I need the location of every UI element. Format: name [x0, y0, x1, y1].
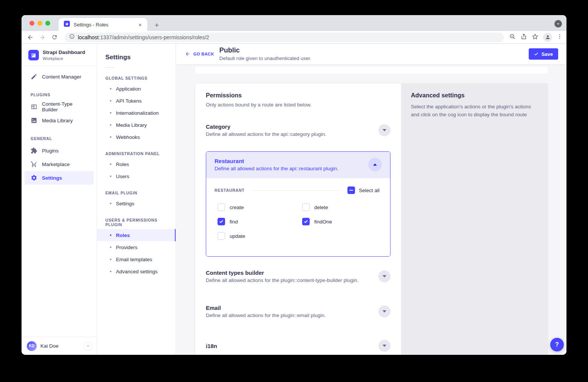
browser-menu-icon[interactable] — [557, 34, 563, 41]
indeterminate-dash-icon — [349, 190, 353, 191]
bookmark-star-icon[interactable] — [532, 33, 539, 42]
close-window-button[interactable] — [29, 21, 34, 26]
layout-grid-icon — [31, 103, 37, 110]
chevron-down-icon — [383, 129, 386, 131]
settings-item-admin-roles[interactable]: Roles — [97, 158, 176, 170]
sidebar-item-plugins[interactable]: Plugins — [25, 144, 94, 157]
bullet-icon — [110, 112, 111, 114]
settings-item-label: Users — [116, 174, 129, 179]
settings-item-providers[interactable]: Providers — [97, 241, 176, 253]
action-find: find — [218, 218, 302, 225]
reload-icon[interactable] — [49, 32, 59, 42]
url-host: localhost — [78, 34, 99, 40]
zoom-out-icon[interactable] — [509, 33, 516, 42]
divider — [251, 190, 341, 191]
settings-item-label: Application — [116, 86, 141, 92]
help-button[interactable]: ? — [550, 338, 564, 351]
save-button[interactable]: Save — [529, 48, 558, 60]
chevron-down-icon — [383, 345, 386, 347]
sidebar-item-content-manager[interactable]: Content Manager — [25, 70, 94, 83]
expand-email-button[interactable] — [378, 305, 390, 317]
settings-item-internationalization[interactable]: Internationalization — [97, 107, 176, 119]
minimize-window-button[interactable] — [37, 21, 42, 26]
permission-section-restaurant: Restaurant Define all allowed actions fo… — [206, 151, 390, 257]
permissions-title: Permissions — [206, 92, 390, 99]
role-details-card-partial — [195, 67, 548, 74]
pen-icon — [31, 73, 37, 80]
settings-item-api-tokens[interactable]: API Tokens — [97, 95, 176, 107]
page-title: Public — [219, 47, 312, 54]
settings-sidebar: Settings GLOBAL SETTINGS Application API… — [97, 44, 176, 355]
bullet-icon — [110, 176, 111, 177]
chevron-down-icon — [383, 310, 386, 313]
user-avatar[interactable]: KD — [27, 341, 37, 351]
browser-profile-chevron-icon[interactable] — [554, 20, 562, 28]
settings-item-webhooks[interactable]: Webhooks — [97, 131, 176, 143]
sidebar-item-settings[interactable]: Settings — [25, 171, 94, 185]
settings-item-label: Settings — [116, 201, 134, 206]
sidebar-section-label: GENERAL — [25, 136, 94, 141]
sidebar-item-media-library[interactable]: Media Library — [25, 114, 94, 127]
select-all-control: Select all — [347, 186, 380, 194]
settings-item-media-library[interactable]: Media Library — [97, 119, 176, 131]
bullet-icon — [110, 100, 111, 102]
forward-icon[interactable] — [37, 32, 47, 42]
advanced-settings-title: Advanced settings — [411, 92, 538, 99]
find-checkbox[interactable] — [218, 218, 225, 225]
sidebar-item-marketplace[interactable]: Marketplace — [25, 157, 94, 171]
sidebar-item-label: Content-Type Builder — [42, 101, 88, 112]
expand-category-button[interactable] — [378, 124, 390, 136]
browser-user-avatar[interactable] — [543, 33, 552, 42]
tab-close-icon[interactable]: × — [137, 21, 144, 28]
settings-group-label: GLOBAL SETTINGS — [97, 76, 176, 80]
bullet-icon — [110, 271, 111, 272]
screen: Settings - Roles × + localh — [0, 0, 588, 382]
new-tab-button[interactable]: + — [151, 20, 162, 31]
workspace-name: Workplace — [43, 56, 85, 61]
collapse-sidebar-button[interactable]: ‹ — [84, 342, 92, 350]
sidebar-item-label: Content Manager — [42, 74, 81, 80]
sidebar-user: KD Kai Doe ‹ — [22, 337, 97, 355]
section-name: Content types builder — [206, 270, 359, 276]
collapse-restaurant-button[interactable] — [368, 158, 382, 171]
url-text: localhost:1337/admin/settings/users-perm… — [78, 34, 209, 40]
divider — [105, 67, 114, 68]
site-info-icon[interactable] — [69, 34, 75, 41]
findone-checkbox[interactable] — [302, 218, 310, 225]
section-description: Define all allowed actions for the api::… — [215, 166, 338, 171]
settings-item-advanced-settings[interactable]: Advanced settings — [97, 265, 176, 277]
browser-tab[interactable]: Settings - Roles × — [59, 18, 147, 31]
settings-item-label: Roles — [116, 162, 129, 167]
update-checkbox[interactable] — [218, 232, 225, 240]
settings-item-email-templates[interactable]: Email templates — [97, 253, 176, 265]
traffic-lights — [29, 21, 50, 26]
back-icon[interactable] — [25, 32, 35, 42]
go-back-link[interactable]: GO BACK — [185, 51, 214, 57]
select-all-checkbox[interactable] — [347, 186, 355, 194]
settings-item-email-settings[interactable]: Settings — [97, 197, 176, 209]
section-description: Define all allowed actions for the plugi… — [206, 313, 326, 318]
settings-item-admin-users[interactable]: Users — [97, 170, 176, 182]
section-name: Category — [206, 123, 326, 130]
url-bar[interactable]: localhost:1337/admin/settings/users-perm… — [65, 32, 504, 42]
settings-item-label: Providers — [116, 245, 137, 250]
browser-toolbar: localhost:1337/admin/settings/users-perm… — [22, 31, 566, 44]
workspace-switcher[interactable]: Strapi Dashboard Workplace — [22, 44, 97, 66]
expand-i18n-button[interactable] — [378, 340, 390, 352]
create-checkbox[interactable] — [218, 203, 225, 211]
expand-content-types-builder-button[interactable] — [378, 270, 390, 282]
settings-item-application[interactable]: Application — [97, 83, 176, 95]
settings-item-label: Email templates — [116, 257, 152, 262]
settings-item-up-roles[interactable]: Roles — [97, 229, 176, 241]
delete-checkbox[interactable] — [302, 203, 310, 211]
settings-item-label: Media Library — [116, 122, 147, 128]
sidebar-item-content-type-builder[interactable]: Content-Type Builder — [25, 100, 94, 114]
strapi-favicon-icon — [64, 21, 70, 28]
bullet-icon — [110, 259, 111, 260]
strapi-logo — [28, 50, 39, 60]
page-subtitle: Default role given to unauthenticated us… — [219, 55, 312, 61]
scroll-area[interactable]: Permissions Only actions bound by a rout… — [176, 64, 566, 355]
chevron-down-icon — [383, 275, 386, 277]
share-icon[interactable] — [520, 33, 527, 42]
zoom-window-button[interactable] — [45, 21, 50, 26]
